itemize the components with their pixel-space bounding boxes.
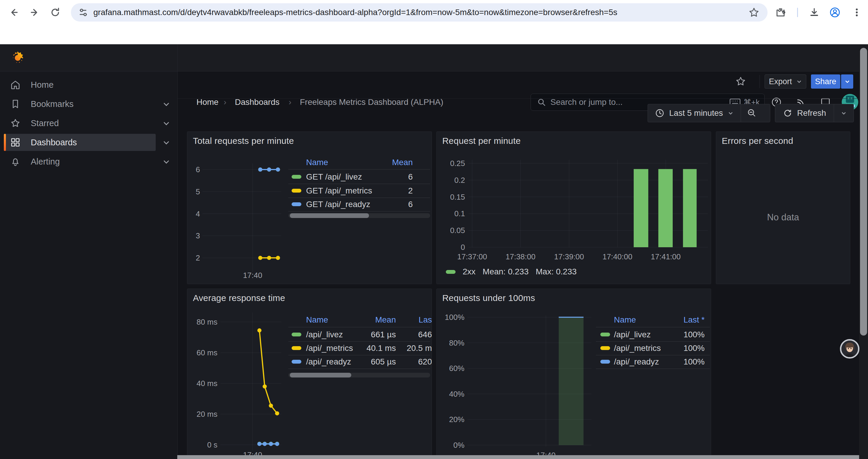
sidebar-item-label: Alerting: [31, 157, 60, 167]
legend-row-divider: [288, 327, 430, 327]
screen: grafana.mathmast.com/d/deytv4rwavabkb/fr…: [0, 0, 868, 459]
export-button[interactable]: Export: [765, 74, 806, 89]
svg-text:17:41:00: 17:41:00: [651, 252, 681, 261]
menu-kebab-icon[interactable]: [851, 6, 863, 18]
legend-row-divider: [288, 198, 430, 198]
refresh-interval-dropdown[interactable]: [834, 104, 854, 122]
sidebar-item-label: Starred: [31, 119, 59, 128]
legend-scrollbar-thumb[interactable]: [290, 213, 369, 218]
bell-icon: [10, 156, 21, 167]
panel-title[interactable]: Errors per second: [722, 136, 793, 146]
svg-text:40%: 40%: [449, 390, 464, 398]
svg-text:0%: 0%: [453, 441, 464, 450]
legend-header-stat[interactable]: Last *: [437, 315, 705, 325]
sidebar-item-home[interactable]: Home: [0, 76, 177, 93]
reload-icon[interactable]: [49, 6, 62, 19]
panel-average-response-time: Average response time 80 ms60 ms40 ms20 …: [187, 289, 432, 459]
sidebar-item-starred[interactable]: Starred: [0, 114, 177, 132]
chevron-down-icon[interactable]: [162, 158, 170, 166]
panel-request-per-minute: Request per minute 0.250.20.150.10.05017…: [436, 131, 711, 284]
svg-text:0.1: 0.1: [454, 209, 465, 218]
legend-value: 100%: [437, 357, 705, 367]
sidebar-item-label: Dashboards: [31, 138, 77, 147]
svg-text:17:40:00: 17:40:00: [602, 252, 632, 261]
grid-icon: [10, 137, 21, 148]
breadcrumb-separator: ›: [224, 97, 226, 107]
share-button[interactable]: Share: [811, 74, 840, 89]
time-range-label: Last 5 minutes: [669, 108, 723, 118]
svg-text:20 ms: 20 ms: [196, 410, 217, 419]
legend-row-divider: [596, 327, 710, 327]
svg-text:0 s: 0 s: [207, 440, 217, 449]
chevron-down-icon[interactable]: [162, 139, 170, 146]
breadcrumb-dashboards[interactable]: Dashboards: [235, 97, 279, 107]
url-address-bar[interactable]: grafana.mathmast.com/d/deytv4rwavabkb/fr…: [71, 3, 768, 22]
assistant-avatar-widget[interactable]: [840, 339, 860, 359]
svg-text:3: 3: [196, 231, 200, 240]
favorite-star-icon[interactable]: [735, 76, 746, 87]
back-icon[interactable]: [7, 6, 20, 19]
svg-text:17:40: 17:40: [243, 271, 262, 280]
svg-text:40 ms: 40 ms: [196, 379, 217, 388]
panel-total-requests: Total requests per minute 6543217:40 Nam…: [187, 131, 432, 284]
chevron-down-icon: [841, 110, 847, 116]
subheader-divider: [760, 75, 760, 88]
time-range-picker[interactable]: Last 5 minutes: [648, 104, 741, 122]
sidebar-item-dashboards[interactable]: Dashboards: [0, 134, 177, 151]
search-placeholder: Search or jump to...: [550, 97, 622, 107]
chevron-down-icon[interactable]: [162, 120, 170, 127]
breadcrumb-current: Freeleaps Metrics Dashboard (ALPHA): [300, 97, 443, 107]
vertical-scrollbar-thumb[interactable]: [860, 48, 867, 335]
download-icon[interactable]: [808, 6, 820, 18]
sidebar-divider: [177, 44, 178, 459]
legend-value: 6: [187, 199, 413, 210]
chevron-down-icon[interactable]: [162, 100, 170, 108]
legend-header-stat[interactable]: Mean: [187, 157, 413, 168]
site-settings-icon[interactable]: [78, 6, 89, 18]
legend-scrollbar[interactable]: [288, 213, 430, 218]
breadcrumb-home[interactable]: Home: [196, 97, 219, 107]
sidebar-item-alerting[interactable]: Alerting: [0, 153, 177, 170]
legend-max-stat: Max: 0.233: [536, 267, 577, 276]
legend-value: 620: [187, 357, 432, 367]
legend-value: 6: [187, 172, 413, 182]
browser-toolbar: grafana.mathmast.com/d/deytv4rwavabkb/fr…: [0, 0, 868, 25]
breadcrumb-separator: ›: [289, 97, 291, 107]
legend-inline: 2xx Mean: 0.233 Max: 0.233: [446, 267, 577, 276]
export-label: Export: [769, 77, 792, 86]
sidebar-nav: Home Bookmarks Starred Dashboards Al: [0, 71, 177, 459]
bookmark-icon: [10, 99, 21, 109]
svg-text:20%: 20%: [449, 415, 464, 424]
legend-header-stat[interactable]: Las: [187, 315, 432, 325]
legend-scrollbar[interactable]: [288, 373, 430, 378]
toolbar-separator: [797, 8, 798, 17]
grafana-logo[interactable]: [11, 51, 25, 65]
bookmarks-bar: Freeleaps 收藏博客: [0, 25, 868, 44]
svg-text:0.15: 0.15: [450, 193, 465, 201]
legend-value: 20.5 m: [187, 343, 432, 354]
series-toggle-pill[interactable]: [446, 270, 456, 274]
url-text[interactable]: grafana.mathmast.com/d/deytv4rwavabkb/fr…: [93, 8, 748, 17]
svg-text:0.25: 0.25: [450, 159, 465, 168]
svg-text:17:38:00: 17:38:00: [505, 252, 535, 261]
zoom-out-button[interactable]: [741, 104, 762, 122]
refresh-button[interactable]: Refresh: [775, 104, 834, 122]
share-dropdown-button[interactable]: [841, 74, 853, 89]
forward-icon[interactable]: [28, 6, 41, 19]
scrollbar-corner: [859, 455, 868, 459]
refresh-controls: Refresh: [775, 104, 854, 122]
bar-chart: 0.250.20.150.10.05017:37:0017:38:0017:39…: [437, 132, 711, 284]
profile-icon[interactable]: [829, 6, 841, 18]
legend-scrollbar-thumb[interactable]: [290, 373, 351, 378]
no-data-message: No data: [716, 212, 850, 223]
extensions-icon[interactable]: [775, 6, 786, 18]
horizontal-scrollbar[interactable]: [177, 455, 859, 459]
refresh-sync-icon: [783, 108, 793, 118]
zoom-out-icon: [747, 108, 756, 118]
svg-text:0: 0: [461, 243, 465, 252]
legend-series-name[interactable]: 2xx: [463, 267, 476, 276]
bookmark-star-icon[interactable]: [748, 6, 760, 18]
refresh-label: Refresh: [797, 108, 826, 118]
sidebar-item-bookmarks[interactable]: Bookmarks: [0, 95, 177, 112]
panel-requests-under-100ms: Requests under 100ms 100%80%60%40%20%0%1…: [436, 289, 711, 459]
